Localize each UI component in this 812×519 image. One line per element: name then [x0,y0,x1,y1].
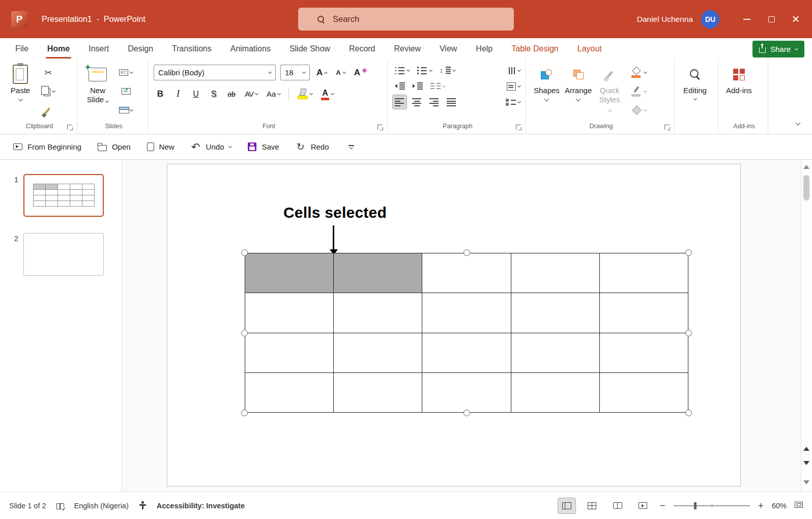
accessibility-status[interactable]: Accessibility: Investigate [157,502,245,510]
arrange-button[interactable]: Arrange [562,62,594,103]
character-spacing-button[interactable]: AV [243,87,260,101]
tab-file[interactable]: File [15,38,28,60]
maximize-button[interactable] [759,0,784,38]
convert-smartart-button[interactable] [504,95,523,109]
reading-view-button[interactable] [609,498,626,513]
font-dialog-launcher[interactable] [378,125,383,130]
slide-sorter-view-button[interactable] [584,498,601,513]
tab-transitions[interactable]: Transitions [172,38,212,60]
align-right-button[interactable] [427,95,441,109]
zoom-slider-thumb[interactable] [694,502,697,509]
table-cell-r2c3[interactable] [422,293,511,333]
scroll-up-icon[interactable] [803,165,809,169]
shapes-button[interactable]: Shapes [531,62,562,103]
slide-canvas[interactable]: Cells selected [167,164,741,486]
increase-indent-button[interactable] [411,79,425,93]
tab-slide-show[interactable]: Slide Show [289,38,330,60]
quick-styles-button[interactable]: Quick Styles [594,62,625,116]
tab-design[interactable]: Design [128,38,153,60]
align-text-button[interactable] [505,79,523,93]
zoom-out-button[interactable]: − [660,501,665,510]
tab-record[interactable]: Record [349,38,375,60]
scrollbar-thumb[interactable] [803,175,809,200]
columns-button[interactable] [428,79,447,93]
new-button[interactable]: New [147,142,175,151]
shape-outline-button[interactable] [629,84,649,98]
tab-home[interactable]: Home [47,38,70,60]
table-cell-r4c3[interactable] [422,372,511,412]
table-resize-handle-top-right[interactable] [685,249,692,256]
copy-button[interactable] [40,84,57,98]
language-indicator[interactable]: English (Nigeria) [74,502,129,510]
decrease-font-size-button[interactable]: A [334,66,347,79]
tab-help[interactable]: Help [476,38,492,60]
table-cell-r4c4[interactable] [511,372,599,412]
spell-check-icon[interactable] [56,503,64,509]
text-direction-button[interactable] [506,64,523,77]
annotation-text[interactable]: Cells selected [283,204,387,221]
table-cell-r3c4[interactable] [511,333,599,372]
table-resize-handle-bottom-right[interactable] [685,410,692,416]
redo-button[interactable]: Redo [296,142,329,152]
zoom-slider[interactable] [674,505,750,506]
table-cell-r3c3[interactable] [422,333,511,372]
table-resize-handle-bottom-left[interactable] [241,410,248,416]
normal-view-button[interactable] [558,498,575,513]
table-cell-r4c2[interactable] [334,372,422,412]
paragraph-dialog-launcher[interactable] [516,125,521,130]
text-shadow-button[interactable]: S [207,87,220,101]
editing-button[interactable]: Editing [680,62,710,102]
previous-slide-button[interactable] [803,447,809,451]
align-center-button[interactable] [410,95,424,109]
shape-effects-button[interactable] [629,103,649,117]
tab-table-design[interactable]: Table Design [511,38,559,60]
from-beginning-button[interactable]: From Beginning [13,142,81,151]
minimize-button[interactable] [735,0,759,38]
font-size-select[interactable]: 18 [280,65,310,80]
clipboard-dialog-launcher[interactable] [67,125,72,130]
line-spacing-button[interactable] [438,64,457,77]
new-slide-button[interactable]: New Slide [82,62,113,106]
table-cell-r1c3[interactable] [422,253,511,293]
next-slide-button[interactable] [803,461,809,465]
table-cell-r3c1[interactable] [245,333,334,372]
close-button[interactable]: × [784,0,808,38]
table-cell-r1c5[interactable] [599,253,688,293]
paste-button[interactable]: Paste [5,62,36,103]
table-resize-handle-top-middle[interactable] [463,249,470,256]
table-cell-r3c5[interactable] [599,333,688,372]
bullets-button[interactable] [393,64,412,77]
tab-view[interactable]: View [440,38,457,60]
section-button[interactable] [117,103,135,117]
collapse-ribbon-button[interactable] [796,118,800,127]
zoom-in-button[interactable]: + [758,501,764,510]
open-button[interactable]: Open [98,142,131,151]
table-cell-r2c5[interactable] [599,293,688,333]
slide-table[interactable] [245,253,688,413]
user-avatar[interactable]: DU [701,10,719,28]
italic-button[interactable]: I [171,87,185,101]
slide-thumbnail-1[interactable] [23,174,104,217]
numbering-button[interactable] [415,64,434,77]
change-case-button[interactable]: Aa [265,87,282,101]
table-resize-handle-middle-right[interactable] [685,330,692,336]
text-highlight-button[interactable] [295,87,314,101]
cut-button[interactable]: ✂ [40,66,57,79]
bold-button[interactable]: B [154,87,167,101]
shape-fill-button[interactable] [629,66,649,79]
table-cell-r2c4[interactable] [511,293,599,333]
table-cell-r1c2[interactable] [334,253,422,293]
add-ins-button[interactable]: Add-ins [723,62,755,97]
search-box[interactable]: Search [298,8,514,31]
table-cell-r1c1[interactable] [245,253,334,293]
tab-insert[interactable]: Insert [89,38,109,60]
save-button[interactable]: Save [248,142,279,151]
justify-button[interactable] [445,95,458,109]
table-cell-r3c2[interactable] [334,333,422,372]
table-cell-r2c2[interactable] [334,293,422,333]
table-resize-handle-middle-left[interactable] [241,330,248,336]
undo-button[interactable]: Undo [191,142,232,152]
powerpoint-logo-icon[interactable]: P [11,11,27,27]
clear-formatting-button[interactable]: A [352,66,368,79]
toolbar-overflow-button[interactable] [349,145,354,149]
